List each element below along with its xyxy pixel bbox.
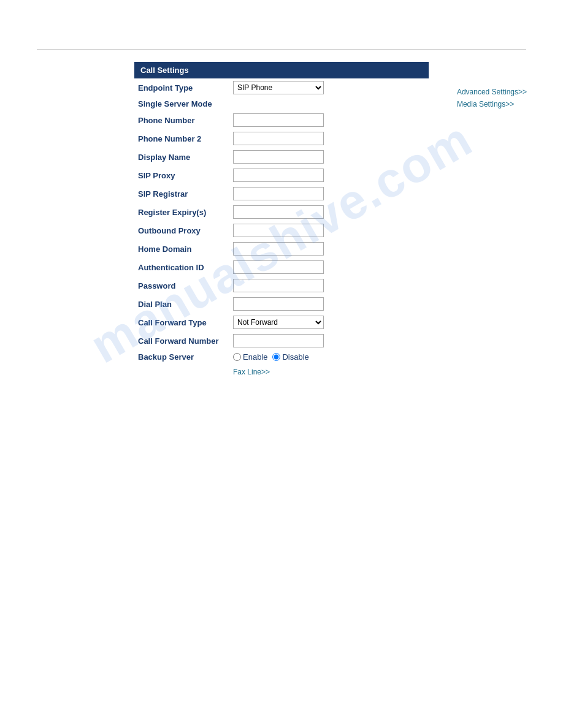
backup-server-cell: Enable Disable — [229, 350, 429, 364]
backup-server-label: Backup Server — [134, 350, 229, 364]
home-domain-label: Home Domain — [134, 240, 229, 258]
sip-registrar-label: SIP Registrar — [134, 184, 229, 203]
section-title: Call Settings — [140, 66, 189, 75]
register-expiry-label: Register Expiry(s) — [134, 203, 229, 221]
dial-plan-label: Dial Plan — [134, 295, 229, 313]
backup-server-enable-text: Enable — [243, 352, 267, 362]
home-domain-row: Home Domain — [134, 240, 429, 258]
backup-server-disable-label[interactable]: Disable — [272, 352, 308, 362]
advanced-settings-link[interactable]: Advanced Settings>> — [457, 88, 527, 96]
authentication-id-label: Authentication ID — [134, 258, 229, 276]
call-forward-number-row: Call Forward Number — [134, 332, 429, 350]
sip-proxy-label: SIP Proxy — [134, 166, 229, 184]
fax-line-spacer — [134, 364, 229, 379]
sip-proxy-input[interactable] — [233, 169, 324, 182]
backup-server-enable-label[interactable]: Enable — [233, 352, 267, 362]
sip-proxy-row: SIP Proxy — [134, 166, 429, 184]
dial-plan-row: Dial Plan — [134, 295, 429, 313]
backup-server-radio-group: Enable Disable — [233, 352, 425, 362]
form-table: Endpoint Type SIP Phone H.323 PSTN Skype… — [134, 78, 429, 379]
home-domain-input[interactable] — [233, 242, 324, 256]
phone-number-row: Phone Number — [134, 111, 429, 129]
call-forward-type-row: Call Forward Type Not Forward Always For… — [134, 313, 429, 332]
phone-number-input[interactable] — [233, 113, 324, 127]
outbound-proxy-row: Outbound Proxy — [134, 221, 429, 240]
sip-registrar-input[interactable] — [233, 187, 324, 200]
single-server-mode-label: Single Server Mode — [134, 97, 229, 111]
backup-server-disable-radio[interactable] — [272, 353, 280, 361]
sip-proxy-cell — [229, 166, 429, 184]
fax-line-cell: Fax Line>> — [229, 364, 429, 379]
display-name-label: Display Name — [134, 148, 229, 166]
register-expiry-cell — [229, 203, 429, 221]
display-name-row: Display Name — [134, 148, 429, 166]
sip-registrar-row: SIP Registrar — [134, 184, 429, 203]
register-expiry-row: Register Expiry(s) — [134, 203, 429, 221]
form-wrapper: Advanced Settings>> Media Settings>> Cal… — [134, 62, 429, 379]
single-server-mode-row: Single Server Mode — [134, 97, 429, 111]
phone-number-label: Phone Number — [134, 111, 229, 129]
endpoint-type-select[interactable]: SIP Phone H.323 PSTN Skype — [233, 81, 324, 94]
display-name-cell — [229, 148, 429, 166]
endpoint-type-row: Endpoint Type SIP Phone H.323 PSTN Skype — [134, 78, 429, 97]
call-forward-type-select[interactable]: Not Forward Always Forward Busy Forward … — [233, 316, 324, 329]
top-divider — [37, 49, 526, 50]
home-domain-cell — [229, 240, 429, 258]
display-name-input[interactable] — [233, 150, 324, 164]
register-expiry-input[interactable] — [233, 205, 324, 219]
password-input[interactable] — [233, 279, 324, 292]
section-header: Call Settings — [134, 62, 429, 78]
single-server-mode-cell — [229, 97, 429, 111]
backup-server-disable-text: Disable — [282, 352, 308, 362]
endpoint-type-label: Endpoint Type — [134, 78, 229, 97]
endpoint-type-cell: SIP Phone H.323 PSTN Skype — [229, 78, 429, 97]
call-forward-type-cell: Not Forward Always Forward Busy Forward … — [229, 313, 429, 332]
fax-line-row: Fax Line>> — [134, 364, 429, 379]
phone-number-2-label: Phone Number 2 — [134, 129, 229, 148]
call-forward-number-input[interactable] — [233, 334, 324, 347]
call-forward-number-cell — [229, 332, 429, 350]
call-forward-type-label: Call Forward Type — [134, 313, 229, 332]
sip-registrar-cell — [229, 184, 429, 203]
outbound-proxy-cell — [229, 221, 429, 240]
outbound-proxy-label: Outbound Proxy — [134, 221, 229, 240]
phone-number-cell — [229, 111, 429, 129]
backup-server-row: Backup Server Enable Disable — [134, 350, 429, 364]
authentication-id-row: Authentication ID — [134, 258, 429, 276]
dial-plan-input[interactable] — [233, 297, 324, 311]
dial-plan-cell — [229, 295, 429, 313]
side-links: Advanced Settings>> Media Settings>> — [457, 88, 527, 108]
phone-number-2-input[interactable] — [233, 132, 324, 145]
password-cell — [229, 276, 429, 295]
authentication-id-cell — [229, 258, 429, 276]
media-settings-link[interactable]: Media Settings>> — [457, 100, 527, 108]
phone-number-2-cell — [229, 129, 429, 148]
outbound-proxy-input[interactable] — [233, 224, 324, 237]
call-forward-number-label: Call Forward Number — [134, 332, 229, 350]
backup-server-enable-radio[interactable] — [233, 353, 241, 361]
password-row: Password — [134, 276, 429, 295]
password-label: Password — [134, 276, 229, 295]
authentication-id-input[interactable] — [233, 260, 324, 274]
phone-number-2-row: Phone Number 2 — [134, 129, 429, 148]
fax-line-link[interactable]: Fax Line>> — [233, 368, 270, 376]
